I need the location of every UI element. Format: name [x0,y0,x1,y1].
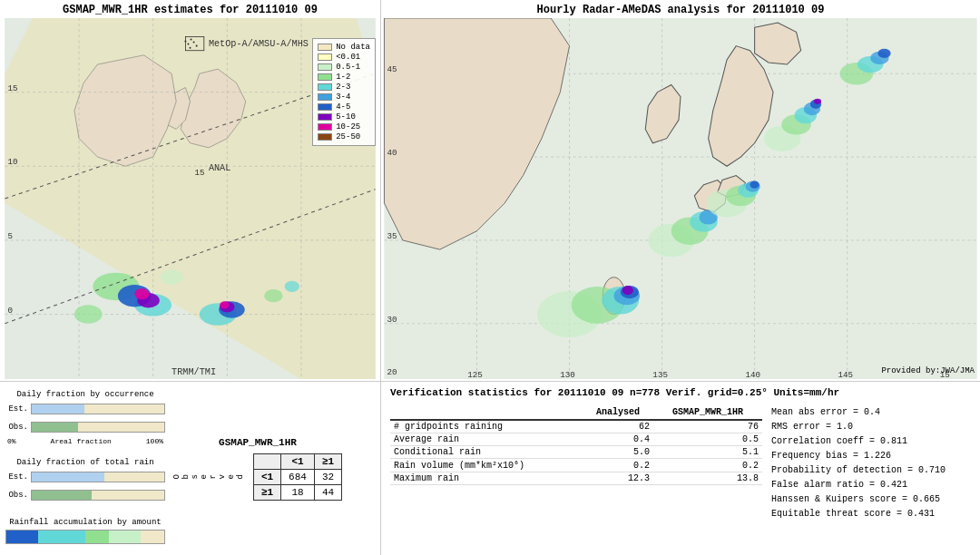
verif-gsmap-2: 5.1 [653,446,762,459]
verif-row-2: Conditional rain 5.0 5.1 [390,446,762,459]
svg-point-42 [193,42,195,44]
svg-text:20: 20 [387,367,397,377]
svg-point-87 [877,49,890,58]
verif-analysed-0: 62 [583,420,653,433]
chart-occurrence: Daily fraction by occurrence Est. Obs. [5,390,165,445]
stat-rms: RMS error = 1.0 [771,420,971,434]
svg-point-26 [264,289,282,302]
svg-point-24 [220,301,229,308]
svg-point-39 [184,40,186,42]
legend-3-4: 3-4 [336,92,350,102]
svg-point-44 [189,47,191,49]
verif-gsmap-3: 0.2 [653,459,762,472]
obs-bar-2 [31,490,165,501]
contingency-col-header-1: <1 [281,453,315,469]
verif-row-label-3: Rain volume (mm*km²x10⁶) [390,459,583,472]
svg-text:125: 125 [467,370,483,379]
legend-25-50: 25-50 [336,132,360,141]
contingency-row-header-1: <1 [253,469,280,484]
svg-text:5: 5 [7,231,13,241]
svg-text:40: 40 [387,148,397,158]
svg-text:ANAL: ANAL [209,163,230,173]
contingency-title: GSMAP_MWR_1HR [171,437,345,448]
svg-point-41 [191,38,192,40]
legend-10-25: 10-25 [336,122,360,131]
legend-1-2: 1-2 [336,73,350,82]
left-map-canvas: 15 10 5 0 ANAL 15 MetOp-A/AMSU-A/MHS TRM… [0,18,380,379]
contingency-cell-00: 684 [281,469,315,484]
svg-point-77 [750,181,760,189]
left-map-title: GSMAP_MWR_1HR estimates for 20111010 09 [0,0,380,18]
areal-fraction: Areal fraction [51,437,112,445]
obs-bar-fill-1 [32,423,78,432]
stat-hk: Hanssen & Kuipers score = 0.665 [771,492,971,507]
stat-ets: Equitable threat score = 0.431 [771,507,971,521]
left-map-panel: GSMAP_MWR_1HR estimates for 20111010 09 … [0,0,381,381]
svg-point-27 [285,281,299,292]
svg-text:10: 10 [7,157,17,167]
svg-point-17 [74,305,103,323]
obs-bar-fill-2 [32,491,92,500]
svg-point-68 [622,286,633,295]
verif-row-label-1: Average rain [390,433,583,446]
svg-point-25 [161,270,182,285]
stats-area: Mean abs error = 0.4 RMS error = 1.0 Cor… [771,405,971,521]
verif-analysed-1: 0.4 [583,433,653,446]
verif-gsmap-0: 76 [653,420,762,433]
verif-col-header-1: Analysed [583,405,653,420]
legend-5-10: 5-10 [336,112,356,122]
verif-row-3: Rain volume (mm*km²x10⁶) 0.2 0.2 [390,459,762,472]
svg-text:130: 130 [560,370,575,379]
est-label-2: Est. [5,472,28,482]
accum-bar [5,530,165,544]
svg-text:45: 45 [387,64,397,74]
verif-table: Analysed GSMAP_MWR_1HR # gridpoints rain… [390,405,762,485]
verif-gsmap-4: 13.8 [653,472,762,485]
svg-text:35: 35 [387,231,397,241]
svg-point-83 [814,99,821,104]
contingency-corner [253,453,280,469]
contingency-row-header-2: ≥1 [253,484,280,500]
chart-accumulation: Rainfall accumulation by amount [5,518,165,547]
bottom-right: Verification statistics for 20111010 09 … [381,382,980,555]
verif-row-label-2: Conditional rain [390,446,583,459]
contingency-col-header-2: ≥1 [314,453,341,469]
obs-label-2: Obs. [5,491,28,500]
contingency-area: GSMAP_MWR_1HR Observed <1 ≥1 <1 684 32 [167,385,348,551]
observed-label: Observed [171,472,247,481]
svg-text:MetOp-A/AMSU-A/MHS: MetOp-A/AMSU-A/MHS [209,39,309,49]
stat-corr: Correlation coeff = 0.811 [771,434,971,449]
verif-row-label-4: Maximum rain [390,472,583,485]
stat-freq-bias: Frequency bias = 1.226 [771,449,971,463]
verif-analysed-2: 5.0 [583,446,653,459]
legend-4-5: 4-5 [336,102,350,112]
svg-text:15: 15 [7,83,17,93]
legend-2-3: 2-3 [336,83,350,92]
legend-001: <0.01 [336,53,360,62]
verif-col-header-2: GSMAP_MWR_1HR [653,405,762,420]
stat-far: False alarm ratio = 0.421 [771,478,971,492]
est-bar-fill-2 [32,472,104,482]
verif-table-area: Analysed GSMAP_MWR_1HR # gridpoints rain… [390,405,762,521]
bottom-left: Daily fraction by occurrence Est. Obs. [0,382,381,555]
obs-label-1: Obs. [5,423,28,432]
chart-occurrence-title: Daily fraction by occurrence [5,390,165,399]
contingency-cell-10: 18 [281,484,315,500]
verif-gsmap-1: 0.5 [653,433,762,446]
svg-text:145: 145 [838,370,853,379]
right-map-panel: Hourly Radar-AMeDAS analysis for 2011101… [381,0,980,381]
verif-row-label-0: # gridpoints raining [390,420,583,433]
contingency-cell-01: 32 [314,469,341,484]
stat-mean-abs: Mean abs error = 0.4 [771,405,971,420]
bottom-row: Daily fraction by occurrence Est. Obs. [0,381,980,555]
svg-text:30: 30 [387,315,397,325]
chart-accum-title: Rainfall accumulation by amount [5,518,165,527]
legend-05-1: 0.5-1 [336,63,360,72]
est-bar-2 [31,472,165,482]
obs-bar-1 [31,422,165,433]
chart-rain: Daily fraction of total rain Est. Obs. [5,458,165,505]
verif-row-0: # gridpoints raining 62 76 [390,420,762,433]
top-row: GSMAP_MWR_1HR estimates for 20111010 09 … [0,0,980,381]
verif-row-1: Average rain 0.4 0.5 [390,433,762,446]
svg-point-43 [196,45,198,47]
